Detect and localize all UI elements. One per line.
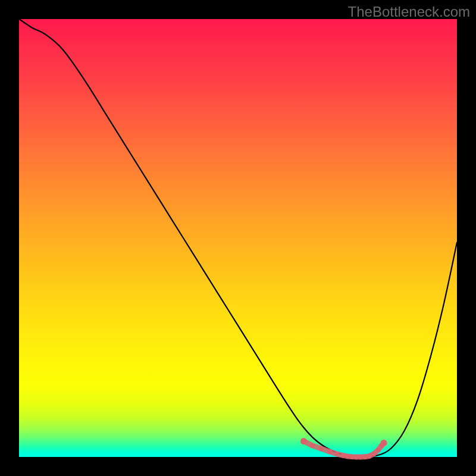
optimal-marker-dot <box>375 447 380 452</box>
optimal-marker-dot <box>354 455 359 459</box>
optimal-marker-dot <box>310 443 315 448</box>
optimal-marker-dot <box>349 454 354 459</box>
optimal-marker-dot <box>362 455 367 459</box>
chart-gradient-background <box>19 19 457 457</box>
optimal-marker-dot <box>367 453 372 458</box>
optimal-marker-dot <box>371 452 376 456</box>
optimal-range-markers <box>300 438 387 459</box>
optimal-marker-dot <box>381 440 387 446</box>
watermark-text: TheBottleneck.com <box>348 4 470 20</box>
optimal-marker-dot <box>340 453 345 458</box>
optimal-marker-dot <box>300 438 307 444</box>
optimal-marker-dot <box>334 452 339 456</box>
optimal-marker-dot <box>358 455 363 459</box>
optimal-marker-dot <box>319 446 324 451</box>
optimal-marker-dot <box>345 454 350 459</box>
bottleneck-curve <box>19 19 457 457</box>
chart-svg <box>19 19 457 457</box>
optimal-marker-dot <box>327 449 332 454</box>
